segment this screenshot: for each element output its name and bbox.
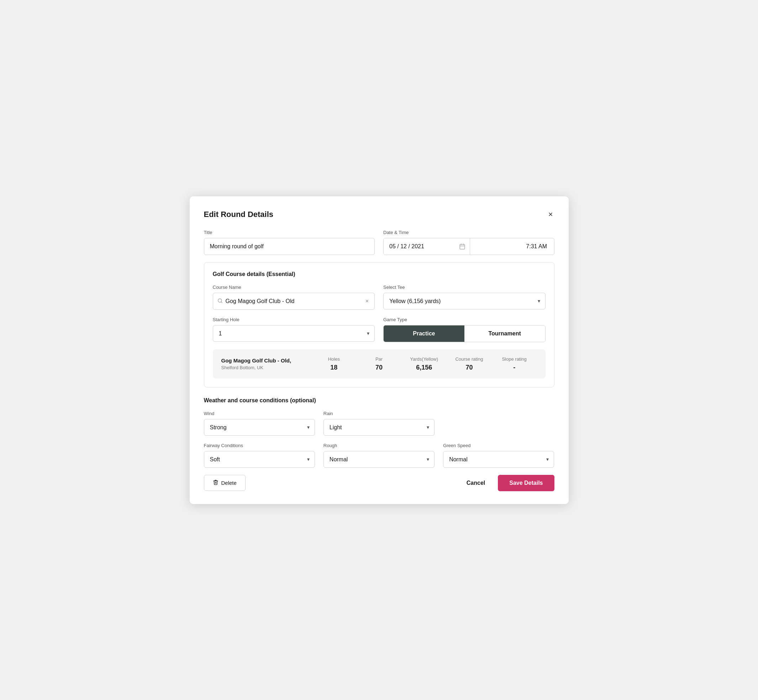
cancel-button[interactable]: Cancel <box>461 475 491 491</box>
svg-line-5 <box>221 302 222 303</box>
modal-title: Edit Round Details <box>204 210 274 219</box>
holes-label: Holes <box>312 356 357 362</box>
wind-dropdown[interactable]: None Light Moderate Strong <box>204 419 315 435</box>
select-tee-group: Select Tee Yellow (6,156 yards) White Re… <box>383 284 545 310</box>
game-type-toggle: Practice Tournament <box>383 325 545 342</box>
weather-title: Weather and course conditions (optional) <box>204 397 554 404</box>
edit-round-modal: Edit Round Details × Title Date & Time <box>190 196 568 504</box>
slope-rating-value: - <box>492 364 537 371</box>
rain-wrapper[interactable]: None Light Moderate Heavy ▾ <box>324 419 434 436</box>
game-type-label: Game Type <box>383 317 545 322</box>
delete-button[interactable]: Delete <box>204 475 246 491</box>
starting-hole-label: Starting Hole <box>213 317 375 322</box>
holes-value: 18 <box>312 364 357 371</box>
starting-hole-dropdown[interactable]: 1234 5678 910 <box>213 325 375 341</box>
date-input[interactable] <box>384 238 455 255</box>
clear-course-button[interactable]: × <box>364 297 370 306</box>
wind-group: Wind None Light Moderate Strong ▾ <box>204 411 315 436</box>
course-tee-row: Course Name × Select Tee Yell <box>213 284 545 310</box>
wind-wrapper[interactable]: None Light Moderate Strong ▾ <box>204 419 315 436</box>
course-info-name: Gog Magog Golf Club - Old, Shelford Bott… <box>221 358 312 370</box>
rough-wrapper[interactable]: Short Normal Long ▾ <box>324 451 434 468</box>
game-type-group: Game Type Practice Tournament <box>383 317 545 342</box>
yards-label: Yards(Yellow) <box>401 356 446 362</box>
par-label: Par <box>357 356 402 362</box>
par-stat: Par 70 <box>357 356 402 371</box>
course-name-display: Gog Magog Golf Club - Old, <box>221 358 312 364</box>
title-input[interactable] <box>204 238 375 255</box>
fairway-wrapper[interactable]: Soft Normal Hard ▾ <box>204 451 315 468</box>
course-info-box: Gog Magog Golf Club - Old, Shelford Bott… <box>213 349 545 378</box>
time-input[interactable] <box>470 238 553 255</box>
select-tee-wrapper[interactable]: Yellow (6,156 yards) White Red Blue ▾ <box>383 293 545 309</box>
title-label: Title <box>204 230 375 235</box>
rough-label: Rough <box>324 443 434 448</box>
wind-rain-row: Wind None Light Moderate Strong ▾ Rain N… <box>204 411 554 436</box>
save-button[interactable]: Save Details <box>498 475 554 491</box>
fairway-dropdown[interactable]: Soft Normal Hard <box>204 452 315 467</box>
weather-section: Weather and course conditions (optional)… <box>204 397 554 468</box>
rain-label: Rain <box>324 411 434 416</box>
course-rating-stat: Course rating 70 <box>446 356 492 371</box>
course-name-input[interactable] <box>226 293 364 309</box>
datetime-label: Date & Time <box>383 230 554 235</box>
conditions-row: Fairway Conditions Soft Normal Hard ▾ Ro… <box>204 443 554 468</box>
course-rating-value: 70 <box>446 364 492 371</box>
select-tee-dropdown[interactable]: Yellow (6,156 yards) White Red Blue <box>384 293 545 309</box>
rough-group: Rough Short Normal Long ▾ <box>324 443 434 468</box>
svg-rect-0 <box>460 244 465 249</box>
footer-right: Cancel Save Details <box>461 475 554 491</box>
date-time-field <box>383 238 554 255</box>
title-group: Title <box>204 230 375 255</box>
close-button[interactable]: × <box>547 209 554 220</box>
course-name-search: × <box>213 293 375 310</box>
green-speed-group: Green Speed Slow Normal Fast ▾ <box>443 443 554 468</box>
course-name-group: Course Name × <box>213 284 375 310</box>
hole-gametype-row: Starting Hole 1234 5678 910 ▾ Game Type … <box>213 317 545 342</box>
modal-header: Edit Round Details × <box>204 209 554 220</box>
green-speed-label: Green Speed <box>443 443 554 448</box>
course-name-label: Course Name <box>213 284 375 290</box>
calendar-icon <box>455 238 470 255</box>
course-rating-label: Course rating <box>446 356 492 362</box>
search-icon <box>218 298 223 305</box>
delete-label: Delete <box>221 480 236 486</box>
tournament-button[interactable]: Tournament <box>464 325 545 342</box>
practice-button[interactable]: Practice <box>384 325 464 342</box>
golf-course-title: Golf Course details (Essential) <box>213 271 545 277</box>
green-speed-wrapper[interactable]: Slow Normal Fast ▾ <box>443 451 554 468</box>
title-datetime-row: Title Date & Time <box>204 230 554 255</box>
yards-stat: Yards(Yellow) 6,156 <box>401 356 446 371</box>
rain-dropdown[interactable]: None Light Moderate Heavy <box>324 419 434 435</box>
golf-course-section: Golf Course details (Essential) Course N… <box>204 262 554 388</box>
starting-hole-group: Starting Hole 1234 5678 910 ▾ <box>213 317 375 342</box>
trash-icon <box>213 480 219 486</box>
starting-hole-wrapper[interactable]: 1234 5678 910 ▾ <box>213 325 375 342</box>
rain-group: Rain None Light Moderate Heavy ▾ <box>324 411 434 436</box>
par-value: 70 <box>357 364 402 371</box>
fairway-label: Fairway Conditions <box>204 443 315 448</box>
rough-dropdown[interactable]: Short Normal Long <box>324 452 434 467</box>
yards-value: 6,156 <box>401 364 446 371</box>
course-location: Shelford Bottom, UK <box>221 365 312 370</box>
footer-row: Delete Cancel Save Details <box>204 475 554 491</box>
fairway-group: Fairway Conditions Soft Normal Hard ▾ <box>204 443 315 468</box>
wind-label: Wind <box>204 411 315 416</box>
select-tee-label: Select Tee <box>383 284 545 290</box>
slope-rating-stat: Slope rating - <box>492 356 537 371</box>
green-speed-dropdown[interactable]: Slow Normal Fast <box>443 452 554 467</box>
slope-rating-label: Slope rating <box>492 356 537 362</box>
datetime-group: Date & Time <box>383 230 554 255</box>
holes-stat: Holes 18 <box>312 356 357 371</box>
